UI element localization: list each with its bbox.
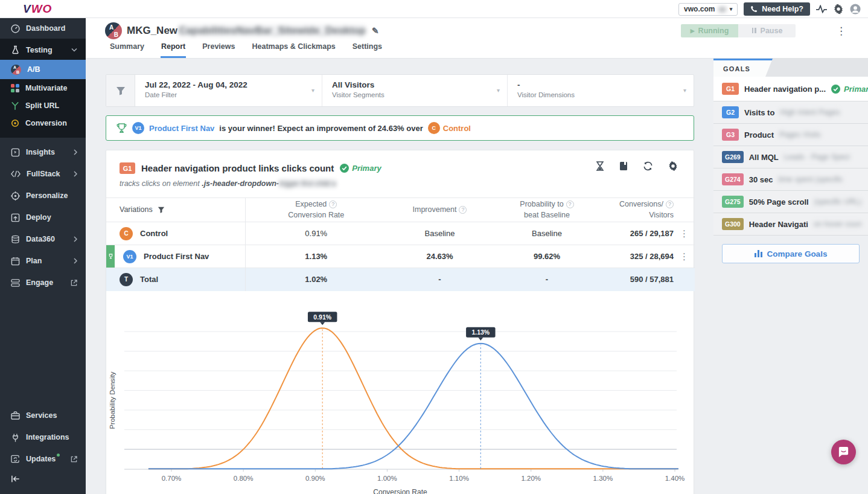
sidebar-item-updates[interactable]: Updates [0, 448, 86, 470]
sidebar-item-deploy[interactable]: Deploy [0, 207, 86, 228]
chat-widget-button[interactable] [831, 440, 856, 464]
sidebar-item-integrations[interactable]: Integrations [0, 426, 86, 448]
sidebar-item-label: Data360 [26, 235, 68, 243]
help-icon[interactable]: ? [666, 200, 674, 208]
goal-label: 30 sec [749, 175, 773, 184]
tab-report[interactable]: Report [161, 42, 186, 58]
tab-goals[interactable]: GOALS [713, 59, 773, 77]
sidebar-item-insights[interactable]: Insights [0, 141, 86, 163]
visitor-dimensions-filter[interactable]: - Visitor Dimensions ▾ [508, 75, 694, 106]
pause-button[interactable]: Pause [738, 24, 796, 37]
goal-list-item-g269[interactable]: G269 All MQL Leads - Page Specific [713, 146, 868, 168]
filter-funnel-button[interactable] [106, 75, 135, 106]
notes-icon[interactable] [619, 161, 628, 173]
control-conversions: 265 / 29,187 [601, 222, 674, 245]
visitor-dimensions-label: Visitor Dimensions [517, 91, 684, 98]
compare-goals-button[interactable]: Compare Goals [722, 244, 860, 263]
split-url-icon [11, 101, 19, 110]
row-more-menu[interactable]: ⋮ [680, 251, 689, 261]
sidebar-item-ab[interactable]: AB A/B [0, 60, 86, 79]
sidebar-item-multivariate[interactable]: Multivariate [0, 79, 86, 97]
conversion-rate-distribution-chart: 0.70%0.80%0.90%1.00%1.10%1.20%1.30%1.40%… [106, 294, 695, 494]
goal-id-badge: G274 [722, 173, 744, 185]
vwo-logo[interactable]: VWO [23, 2, 52, 16]
date-filter[interactable]: Jul 22, 2022 - Aug 04, 2022 Date Filter … [135, 75, 322, 106]
row-more-menu[interactable]: ⋮ [680, 228, 689, 239]
need-help-label: Need Help? [762, 5, 803, 13]
help-icon[interactable]: ? [459, 206, 467, 214]
goal-label-blurred: time spent (specific URL) [778, 175, 844, 184]
variation-ecr: 1.13% [245, 245, 387, 268]
experiment-more-menu[interactable]: ⋮ [836, 25, 846, 37]
goal-list-item-g2[interactable]: G2 Visits to High Intent Pages [713, 101, 868, 124]
goal-label: 50% Page scroll [749, 197, 809, 207]
hourglass-icon[interactable] [596, 161, 604, 173]
activity-pulse-icon[interactable] [816, 4, 827, 14]
winner-variation-link[interactable]: Product First Nav [149, 124, 214, 133]
chevron-right-icon [74, 236, 77, 242]
goal-label: All MQL [749, 153, 779, 162]
visitor-segments-value: All Visitors [332, 80, 497, 89]
sidebar-item-data360[interactable]: Data360 [0, 228, 86, 250]
briefcase-icon [11, 411, 20, 420]
user-avatar-icon[interactable] [850, 4, 861, 14]
sidebar-collapse-button[interactable] [0, 470, 86, 488]
table-row-control: CControl 0.91% Baseline Baseline 265 / 2… [106, 222, 695, 245]
gear-icon[interactable] [833, 4, 844, 14]
domain-blurred: xx [718, 5, 726, 13]
sidebar-item-fullstack[interactable]: FullStack [0, 163, 86, 185]
total-conversions: 590 / 57,881 [601, 268, 674, 291]
goal-label-blurred: Pages Visits [779, 130, 821, 139]
ab-test-icon: AB [11, 65, 21, 75]
goal-list-item-g275[interactable]: G275 50% Page scroll (specific URL) [713, 191, 868, 213]
sidebar-item-plan[interactable]: Plan [0, 250, 86, 272]
variations-filter-icon[interactable] [158, 207, 165, 213]
goal-list-item-g1[interactable]: G1 Header navigation p... Primary ? [713, 77, 868, 101]
sidebar-item-personalize[interactable]: Personalize [0, 185, 86, 207]
need-help-button[interactable]: Need Help? [744, 2, 810, 16]
sidebar-item-engage[interactable]: Engage [0, 272, 86, 294]
sidebar-item-label: FullStack [27, 170, 68, 178]
column-conversions-visitors: Conversions/?Visitors [619, 200, 674, 219]
column-improvement: Improvement? [413, 205, 467, 214]
goal-list-item-g3[interactable]: G3 Product Pages Visits [713, 124, 868, 146]
tab-summary[interactable]: Summary [109, 42, 145, 58]
goal-label-blurred: High Intent Pages [780, 108, 840, 117]
tab-settings[interactable]: Settings [352, 42, 383, 58]
sidebar-item-conversion[interactable]: Conversion [0, 114, 86, 132]
trophy-icon [116, 123, 127, 134]
goal-label: Header navigation p... [744, 85, 826, 94]
control-link[interactable]: Control [443, 124, 471, 133]
goal-id-badge: G275 [722, 196, 744, 208]
chevron-right-icon [74, 171, 77, 177]
experiment-title: MKG_NewCapabilitiesNavBar_Sitewide_Deskt… [127, 25, 379, 37]
variation-name: Product First Nav [144, 252, 209, 261]
tab-heatmaps-clickmaps[interactable]: Heatmaps & Clickmaps [251, 42, 336, 58]
calendar-icon [11, 257, 20, 266]
goal-list-item-g274[interactable]: G274 30 sec time spent (specific URL) [713, 168, 868, 191]
running-button[interactable]: ▶Running [681, 24, 738, 37]
experiment-header: AB MKG_NewCapabilitiesNavBar_Sitewide_De… [86, 18, 868, 59]
settings-gear-icon[interactable] [668, 161, 678, 173]
sidebar-item-label: Services [26, 411, 77, 420]
goal-id-badge: G3 [722, 129, 739, 141]
refresh-icon[interactable] [643, 161, 653, 173]
sidebar-item-services[interactable]: Services [0, 405, 86, 426]
total-improvement: - [387, 268, 493, 291]
peak-tooltip-pointer [320, 322, 325, 325]
variation-improvement: 24.63% [387, 245, 493, 268]
sidebar-item-dashboard[interactable]: Dashboard [0, 18, 86, 39]
goal-label: Product [744, 130, 774, 140]
help-icon[interactable]: ? [329, 200, 337, 208]
sidebar-item-testing[interactable]: Testing [0, 40, 86, 60]
peak-tooltip-label: 1.13% [471, 329, 490, 336]
visitor-segments-filter[interactable]: All Visitors Visitor Segments ▾ [322, 75, 508, 106]
sidebar-item-split-url[interactable]: Split URL [0, 97, 86, 114]
help-icon[interactable]: ? [566, 200, 574, 208]
edit-title-icon[interactable]: ✎ [372, 26, 379, 36]
tab-previews[interactable]: Previews [202, 42, 235, 58]
x-tick-label: 0.90% [305, 475, 325, 482]
goal-list-item-g300[interactable]: G300 Header Navigati on hover count [713, 213, 868, 236]
database-icon [11, 235, 20, 244]
domain-select[interactable]: vwo.com xx ▾ [678, 3, 738, 16]
